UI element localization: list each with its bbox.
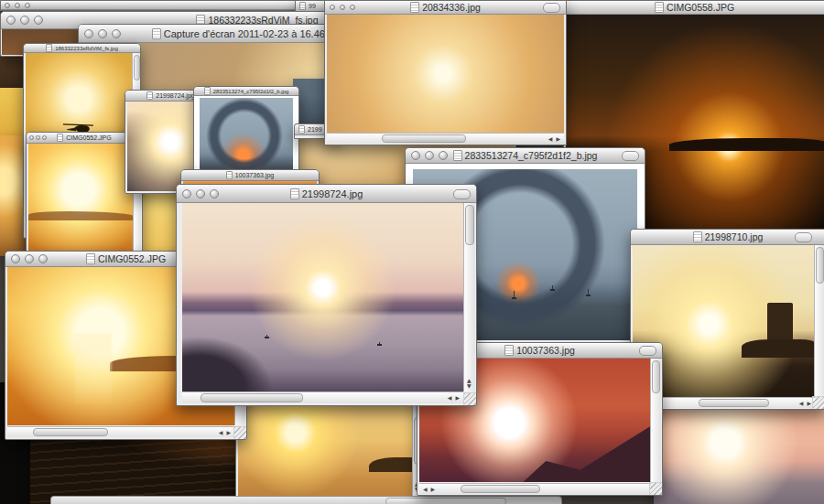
minimize-button[interactable] — [15, 3, 20, 8]
boat-silhouette — [588, 289, 589, 296]
window-edge-fragment[interactable] — [50, 496, 562, 504]
window-title: 10037363.jpg — [516, 345, 575, 356]
window-title: 21998724.jpg — [302, 188, 363, 199]
titlebar[interactable]: 10037363.jpg — [181, 170, 319, 181]
land-silhouette — [369, 457, 413, 472]
scroll-arrows-icon[interactable]: ◀ ▶ — [423, 487, 436, 492]
toolbar-toggle-button[interactable] — [795, 232, 812, 242]
window-20834336[interactable]: 20834336.jpg ◀ ▶ — [324, 0, 567, 145]
scrollbar-thumb[interactable] — [33, 428, 108, 436]
window-title: CIMG0558.JPG — [667, 2, 734, 13]
titlebar[interactable]: 20834336.jpg — [325, 1, 566, 15]
scrollbar-thumb[interactable] — [652, 360, 660, 393]
scrollbar-thumb[interactable] — [465, 205, 474, 245]
scroll-arrows-icon[interactable]: ▲▼ — [467, 378, 472, 389]
mountain-silhouette — [28, 211, 134, 220]
document-icon — [298, 125, 305, 134]
boat-silhouette — [379, 342, 380, 346]
document-icon — [204, 87, 211, 95]
document-icon — [504, 345, 514, 356]
window-title: 186332233sRdViM_fs.jpg — [55, 46, 118, 51]
boat-silhouette — [552, 285, 553, 291]
document-icon — [57, 134, 63, 142]
scrollbar-thumb[interactable] — [816, 247, 824, 284]
window-title: 20834336.jpg — [422, 2, 481, 13]
scrollbar-thumb[interactable] — [134, 55, 140, 80]
window-title: 21998724.jpg — [156, 92, 194, 99]
boat-silhouette — [514, 291, 515, 299]
toolbar-toggle-button[interactable] — [622, 151, 639, 161]
scroll-arrows-icon[interactable]: ◀ ▶ — [548, 136, 561, 142]
toolbar-toggle-button[interactable] — [543, 3, 560, 13]
scroll-arrows-icon[interactable]: ◀ ▶ — [219, 430, 232, 435]
vertical-scrollbar[interactable]: ▲▼ — [463, 203, 475, 391]
document-icon — [146, 91, 153, 100]
horizontal-scrollbar[interactable]: ◀ ▶ — [7, 426, 234, 437]
document-icon — [453, 150, 462, 161]
window-title: 2199 — [308, 126, 322, 133]
resize-grip[interactable] — [812, 396, 824, 409]
document-icon — [290, 188, 299, 199]
scroll-arrows-icon[interactable]: ◀ ▶ — [799, 401, 812, 406]
horizontal-scrollbar[interactable]: ◀ ▶ — [327, 133, 564, 144]
document-icon — [410, 2, 419, 13]
scrollbar-thumb[interactable] — [201, 393, 303, 402]
window-orange-sunset[interactable]: ▲▼ — [235, 396, 424, 504]
vertical-scrollbar[interactable] — [650, 359, 661, 482]
titlebar[interactable]: CIMG0558.JPG — [564, 1, 824, 15]
mountain-silhouette — [669, 138, 824, 152]
titlebar[interactable]: 186332233sRdViM_fs.jpg — [24, 44, 140, 53]
titlebar[interactable]: 21998724.jpg — [177, 185, 476, 203]
document-icon — [46, 44, 52, 52]
scrollbar-thumb[interactable] — [461, 485, 540, 493]
scrollbar-thumb[interactable] — [385, 498, 506, 504]
horizontal-scrollbar[interactable]: ◀ ▶ — [419, 483, 650, 494]
sun-reflection — [75, 334, 112, 405]
document-icon — [693, 231, 702, 242]
titlebar[interactable] — [1, 1, 296, 10]
document-icon — [152, 28, 161, 39]
scrollbar-thumb[interactable] — [699, 399, 769, 407]
window-title: 10037363.jpg — [235, 172, 274, 178]
photo-bright-sun — [28, 144, 134, 253]
photo-hazy-sun — [327, 15, 564, 133]
window-21998724[interactable]: 21998724.jpg ▲▼ ◀ ▶ — [176, 184, 477, 406]
mountain-silhouette — [523, 426, 650, 482]
titlebar[interactable]: 2833513274_c795f2d1f2_b.jpg — [406, 148, 645, 164]
horizontal-scrollbar[interactable]: ◀ ▶ — [182, 391, 463, 403]
resize-grip[interactable] — [649, 482, 662, 495]
titlebar[interactable]: 2833513274_c795f2d1f2_b.jpg — [194, 87, 298, 96]
window-fragment-top-left[interactable] — [0, 0, 297, 11]
photo-orange-sunset — [238, 399, 413, 504]
document-icon — [299, 2, 306, 10]
window-title: 2833513274_c795f2d1f2_b.jpg — [465, 150, 598, 161]
boat-silhouette — [266, 335, 267, 338]
window-title: CIMG0552.JPG — [98, 253, 166, 264]
toolbar-toggle-button[interactable] — [453, 189, 471, 199]
window-title: 21998710.jpg — [705, 231, 764, 242]
titlebar[interactable]: 21998710.jpg — [631, 230, 824, 245]
land-silhouette — [742, 339, 815, 358]
vertical-scrollbar[interactable] — [814, 245, 824, 397]
photo-pink-sunset — [654, 401, 824, 504]
document-icon — [655, 2, 664, 13]
scrollbar-thumb[interactable] — [382, 134, 466, 143]
resize-grip[interactable] — [233, 426, 246, 439]
window-title: 2833513274_c795f2d1f2_b.jpg — [213, 89, 289, 94]
scroll-arrows-icon[interactable]: ◀ ▶ — [448, 395, 461, 401]
document-icon — [86, 253, 95, 264]
photo-lavender-sunset — [182, 203, 463, 391]
toolbar-toggle-button[interactable] — [639, 346, 656, 356]
zoom-button[interactable] — [25, 3, 30, 8]
close-button[interactable] — [5, 3, 10, 8]
window-title: 99 — [309, 3, 316, 9]
resize-grip[interactable] — [463, 392, 476, 405]
window-title: CIMG0552.JPG — [66, 134, 111, 141]
desktop: 99 186332233sRdViM_fs.jpg Capture d'écra… — [0, 0, 824, 504]
document-icon — [226, 171, 233, 179]
